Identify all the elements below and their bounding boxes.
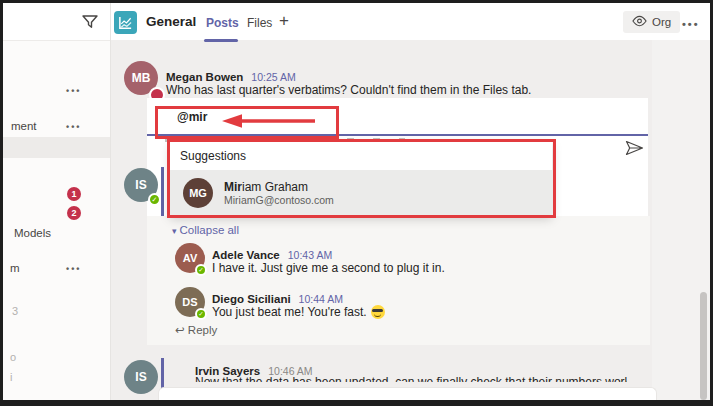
author-name[interactable]: Diego Siciliani [212,293,291,305]
annotation-arrow-left-icon [219,113,319,133]
author-name[interactable]: Megan Bowen [166,71,243,83]
message-text: I have it. Just give me a second to plug… [212,261,445,275]
message-time: 10:25 AM [251,71,295,83]
eye-icon [632,15,647,29]
message-text: Who has last quarter's verbatims? Couldn… [166,83,531,97]
sidebar-text-fragment: 3 [12,305,18,317]
avatar-initials: AV [183,252,197,264]
teams-window: General Posts Files + Org ••• ••• ment •… [0,0,713,406]
tab-files[interactable]: Files [247,16,272,30]
new-reply-compose-box[interactable] [158,387,657,404]
channel-icon [114,11,137,34]
sidebar-text-fragment: i [10,371,12,383]
message-time: 10:44 AM [299,293,343,305]
unread-badge: 2 [67,206,81,220]
sidebar-divider [110,3,111,400]
tab-posts[interactable]: Posts [206,16,239,30]
annotation-box-suggestions [167,139,556,218]
channel-title: General [146,14,196,29]
sidebar-item-more-icon[interactable]: ••• [66,86,81,96]
chevron-down-icon: ▾ [172,226,177,236]
scrollbar-thumb[interactable] [700,292,707,400]
reply-link[interactable]: ↩ Reply [175,323,217,337]
unread-badge: 1 [67,187,81,201]
avatar-initials: IS [135,178,146,192]
sidebar-item-truncated[interactable]: ment [11,120,37,132]
author-name[interactable]: Adele Vance [212,249,280,261]
collapse-all-link[interactable]: ▾Collapse all [172,224,239,236]
sidebar [3,40,110,400]
avatar[interactable]: IS [124,360,158,394]
sidebar-text-fragment: o [10,351,16,363]
message-text-clipped: Now that the data has been updated, can … [195,375,627,382]
thread-unread-line [161,167,164,216]
filter-icon[interactable] [81,13,99,35]
avatar-initials: IS [135,370,146,384]
avatar-initials: MB [132,71,151,85]
sunglasses-emoji-icon [371,305,385,319]
presence-available-icon: ✓ [195,308,207,320]
add-tab-button[interactable]: + [279,11,289,31]
sidebar-selected-row[interactable] [3,137,110,158]
org-button[interactable]: Org [623,11,680,33]
avatar-initials: DS [182,296,197,308]
sidebar-item-more-icon[interactable]: ••• [66,264,81,274]
presence-available-icon: ✓ [195,264,207,276]
tab-posts-underline [204,39,238,42]
header-more-icon[interactable]: ••• [682,18,700,30]
message-time: 10:43 AM [288,249,332,261]
reply-arrow-icon: ↩ [175,324,185,336]
presence-available-icon: ✓ [148,193,161,206]
sidebar-item-models[interactable]: Models [14,227,51,239]
message-text: You just beat me! You're fast. [212,305,385,319]
send-icon[interactable] [625,140,644,160]
sidebar-item-truncated[interactable]: m [10,262,20,274]
org-button-label: Org [652,16,671,28]
sidebar-item-more-icon[interactable]: ••• [66,122,81,132]
